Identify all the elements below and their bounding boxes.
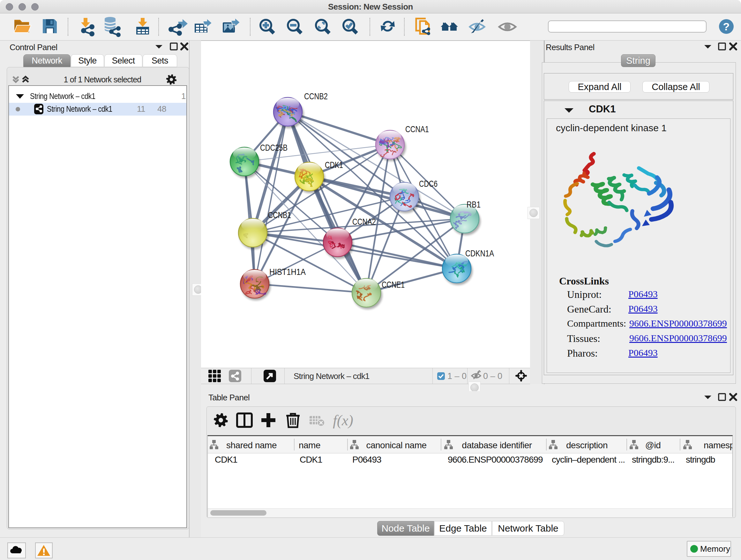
- svg-text:HIST1H1A: HIST1H1A: [269, 267, 306, 277]
- svg-text:database identifier: database identifier: [462, 440, 532, 450]
- svg-text:namespac: namespac: [704, 440, 732, 450]
- svg-text:0 – 0: 0 – 0: [483, 371, 502, 381]
- svg-text:String Network – cdk1: String Network – cdk1: [293, 371, 369, 381]
- svg-text:1 – 0: 1 – 0: [448, 371, 467, 381]
- svg-text:canonical name: canonical name: [366, 440, 426, 450]
- svg-text:description: description: [566, 440, 608, 450]
- svg-text:name: name: [299, 440, 320, 450]
- svg-text:CCNB1: CCNB1: [268, 210, 291, 220]
- svg-text:CDK1: CDK1: [325, 160, 343, 170]
- svg-text:CCNB2: CCNB2: [304, 91, 328, 101]
- svg-text:RB1: RB1: [467, 199, 481, 209]
- svg-text:CDC25B: CDC25B: [260, 143, 287, 152]
- svg-text:CCNA2: CCNA2: [352, 217, 376, 227]
- svg-text:Memory: Memory: [700, 544, 730, 554]
- svg-text:CCNE1: CCNE1: [382, 280, 405, 290]
- svg-text:@id: @id: [645, 440, 661, 450]
- svg-text:1 of 1 Network selected: 1 of 1 Network selected: [64, 75, 141, 84]
- svg-text:?: ?: [723, 20, 730, 33]
- svg-text:CDKN1A: CDKN1A: [465, 248, 494, 258]
- svg-text:CCNA1: CCNA1: [405, 124, 429, 134]
- svg-text:f(x): f(x): [333, 412, 353, 428]
- svg-text:shared name: shared name: [226, 440, 277, 450]
- svg-text:CDC6: CDC6: [419, 179, 437, 189]
